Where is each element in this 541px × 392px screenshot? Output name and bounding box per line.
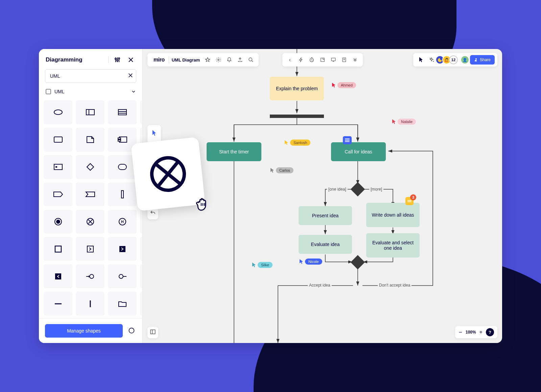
participant-avatars[interactable]: 🙋 12 (438, 55, 458, 64)
node-evaluate-select[interactable]: Evaluate and select one idea (366, 233, 420, 258)
grab-cursor-icon (195, 194, 214, 213)
shape-object[interactable] (44, 155, 72, 179)
zoom-out-button[interactable]: − (458, 329, 462, 336)
svg-rect-18 (54, 137, 62, 142)
share-label: Share (480, 57, 491, 62)
shape-history[interactable]: H (108, 210, 137, 234)
shape-flow-left[interactable] (140, 237, 142, 261)
share-button[interactable]: Share (470, 55, 495, 65)
avatar-self[interactable]: 👤 (461, 55, 469, 64)
shape-line-vert[interactable] (76, 292, 104, 316)
clear-search-icon[interactable] (128, 73, 133, 79)
cursor-silke: Silke (252, 262, 273, 268)
search-icon[interactable] (246, 55, 256, 65)
miro-logo[interactable]: miro (150, 57, 168, 63)
search-input[interactable] (45, 69, 136, 83)
more-icon[interactable] (350, 55, 360, 65)
zoom-in-button[interactable]: + (479, 329, 483, 335)
edge-label-one-idea: [one idea] (327, 187, 348, 192)
export-icon[interactable] (235, 55, 245, 65)
zoom-control: − 100% + ? (455, 326, 497, 338)
timer-icon[interactable] (307, 55, 317, 65)
manage-shapes-button[interactable]: Manage shapes (45, 324, 123, 338)
svg-point-56 (475, 58, 477, 60)
svg-point-5 (118, 58, 120, 59)
category-row-uml[interactable]: UML (39, 87, 142, 98)
shape-signal-recv[interactable] (76, 182, 104, 206)
cursor-nicole: Nicole (300, 259, 322, 265)
chevron-down-icon (132, 90, 136, 94)
shape-flow-right[interactable] (76, 237, 104, 261)
svg-rect-24 (55, 166, 57, 168)
shape-card[interactable] (140, 100, 142, 124)
close-icon[interactable] (126, 55, 136, 65)
document-name[interactable]: UML Diagram (170, 57, 202, 63)
sticky-icon[interactable] (317, 55, 328, 65)
cursor-icon[interactable] (416, 55, 426, 65)
shape-terminate[interactable] (76, 210, 104, 234)
shape-connector-in[interactable] (76, 264, 104, 288)
present-icon[interactable] (328, 55, 338, 65)
chat-icon[interactable] (127, 326, 136, 336)
shape-exit[interactable] (44, 237, 72, 261)
shapes-grid: H (39, 98, 142, 318)
node-call-ideas[interactable]: Call for ideas (331, 142, 386, 161)
cursor-label: Natalie (398, 119, 416, 125)
bolt-icon[interactable] (296, 55, 306, 65)
shape-flow-right-fill[interactable] (108, 237, 137, 261)
sync-bar[interactable] (270, 115, 324, 118)
svg-rect-39 (55, 273, 61, 279)
shape-note[interactable] (76, 128, 104, 152)
node-write-down[interactable]: Write down all ideas (366, 203, 420, 227)
comment-with-count-icon[interactable]: 3 (405, 197, 414, 205)
sidebar-header: Diagramming (39, 49, 142, 69)
shape-flow-left-fill[interactable] (44, 264, 72, 288)
node-explain-problem[interactable]: Explain the problem (270, 77, 324, 100)
select-tool-icon[interactable] (149, 128, 160, 139)
svg-rect-51 (321, 58, 324, 62)
svg-point-29 (56, 220, 60, 224)
svg-rect-37 (119, 246, 125, 252)
frames-icon[interactable] (147, 327, 158, 338)
category-label: UML (54, 89, 128, 94)
chevron-left-icon[interactable]: ‹ (285, 55, 295, 65)
shape-decision[interactable] (76, 155, 104, 179)
svg-rect-36 (87, 246, 93, 252)
star-icon[interactable] (203, 55, 213, 65)
shape-line[interactable] (44, 292, 72, 316)
dragged-shape-preview[interactable] (131, 137, 205, 211)
help-icon[interactable]: ? (486, 328, 494, 336)
shape-class[interactable] (76, 100, 104, 124)
shape-arc[interactable] (140, 264, 142, 288)
edge-label-dont-accept: Don't accept idea (378, 283, 411, 288)
shape-ellipse[interactable] (44, 100, 72, 124)
cursor-ahmed: Ahmed (332, 82, 356, 88)
shape-initial[interactable] (44, 210, 72, 234)
shape-folder-tab[interactable] (140, 292, 142, 316)
bell-icon[interactable] (224, 55, 234, 65)
svg-rect-58 (150, 330, 155, 334)
list-icon[interactable] (339, 55, 349, 65)
comment-icon[interactable] (343, 136, 352, 144)
gear-icon[interactable] (213, 55, 224, 65)
participant-count[interactable]: 12 (449, 55, 458, 64)
shape-folder[interactable] (108, 292, 137, 316)
shape-signal-send[interactable] (44, 182, 72, 206)
node-start-timer[interactable]: Start the timer (207, 142, 261, 161)
node-evaluate-idea[interactable]: Evaluate idea (299, 235, 352, 254)
svg-rect-11 (86, 109, 94, 115)
svg-text:H: H (121, 220, 124, 224)
comment-count-badge: 3 (410, 194, 416, 200)
settings-icon[interactable] (113, 55, 122, 65)
shape-table[interactable] (108, 100, 137, 124)
node-present-idea[interactable]: Present idea (299, 206, 352, 225)
shape-bar-vert[interactable] (108, 182, 137, 206)
shape-empty2[interactable] (140, 210, 142, 234)
cursor-label: Nicole (305, 259, 322, 265)
shape-rect[interactable] (44, 128, 72, 152)
shape-connector-out[interactable] (108, 264, 137, 288)
edge-label-accept: Accept idea (308, 283, 332, 288)
canvas-area[interactable]: miro UML Diagram ‹ (143, 49, 502, 343)
checkbox-icon[interactable] (46, 89, 51, 94)
svg-rect-35 (55, 246, 61, 252)
